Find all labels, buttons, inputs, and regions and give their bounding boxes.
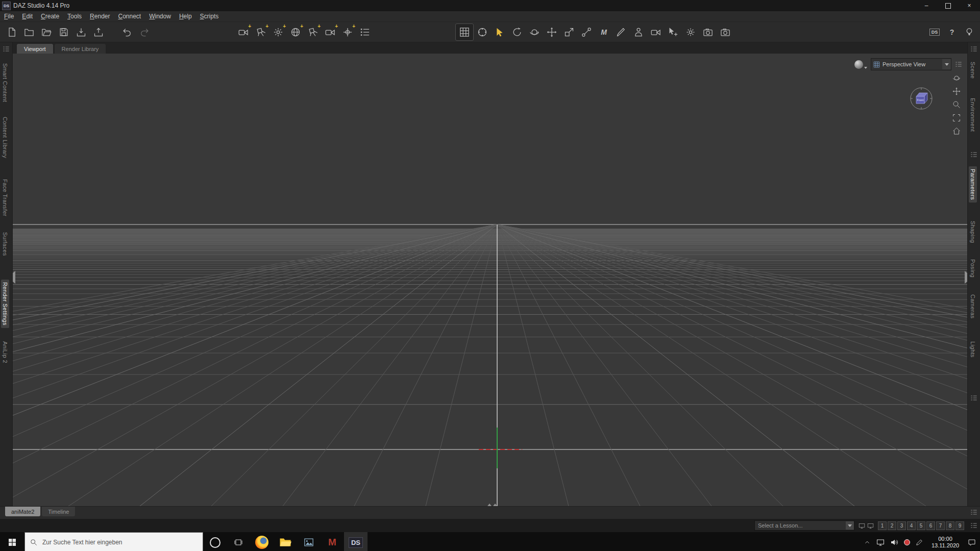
left-dock-collapse-handle[interactable]: [13, 273, 15, 282]
render-button[interactable]: [717, 24, 734, 40]
tray-app-icon[interactable]: [904, 539, 910, 545]
pane-options-icon[interactable]: [970, 394, 977, 402]
menu-connect[interactable]: Connect: [114, 12, 145, 21]
figure-tool[interactable]: [630, 24, 647, 40]
file-explorer-button[interactable]: [274, 532, 297, 551]
menu-scripts[interactable]: Scripts: [196, 12, 223, 21]
menu-render[interactable]: Render: [86, 12, 114, 21]
viewport-3d[interactable]: Perspective View Front: [13, 54, 967, 506]
lesson-step-1[interactable]: 1: [878, 521, 887, 530]
surface-selection-tool[interactable]: [665, 24, 682, 40]
frame-view-icon[interactable]: [952, 114, 961, 122]
minimize-button[interactable]: –: [916, 0, 937, 11]
bottom-dock-collapse-handle[interactable]: [487, 504, 497, 506]
zoom-view-icon[interactable]: [952, 101, 961, 109]
rotate-tool[interactable]: [508, 24, 526, 40]
dock-tab-posing[interactable]: Posing: [970, 259, 976, 278]
dock-tab-smart-content[interactable]: Smart Content: [2, 63, 8, 102]
new-point-light-button[interactable]: [270, 24, 287, 40]
orbit-view-icon[interactable]: [952, 74, 961, 82]
pane-options-icon[interactable]: [970, 509, 977, 516]
orbit-tool[interactable]: [526, 24, 543, 40]
redo-button[interactable]: [136, 24, 153, 40]
dock-tab-render-settings[interactable]: Render Settings: [1, 280, 9, 328]
maximize-button[interactable]: [937, 0, 959, 11]
tab-animate2[interactable]: aniMate2: [5, 507, 40, 516]
dock-tab-shaping[interactable]: Shaping: [970, 221, 976, 243]
cortana-button[interactable]: [203, 532, 227, 551]
lesson-step-2[interactable]: 2: [888, 521, 896, 530]
menu-edit[interactable]: Edit: [18, 12, 37, 21]
start-button[interactable]: [0, 532, 24, 551]
node-selection-tool[interactable]: [491, 24, 508, 40]
home-view-icon[interactable]: [952, 127, 961, 135]
universal-manipulator-tool[interactable]: [474, 24, 491, 40]
lesson-display-icon[interactable]: [859, 522, 865, 529]
pane-options-icon[interactable]: [970, 45, 977, 53]
view-orientation-cube[interactable]: Front: [909, 86, 934, 111]
daz-studio-taskbar-button[interactable]: DS: [344, 532, 368, 551]
notification-center-icon[interactable]: [968, 538, 976, 546]
menu-create[interactable]: Create: [37, 12, 63, 21]
whats-this-help-button[interactable]: ?: [943, 24, 961, 40]
tab-render-library[interactable]: Render Library: [55, 44, 106, 54]
photos-app-button[interactable]: [297, 532, 321, 551]
undo-button[interactable]: [118, 24, 136, 40]
search-input[interactable]: [41, 538, 181, 546]
close-button[interactable]: ×: [959, 0, 980, 11]
firefox-button[interactable]: [250, 532, 274, 551]
interactive-lessons-button[interactable]: [961, 24, 978, 40]
task-view-button[interactable]: [227, 532, 250, 551]
pan-view-icon[interactable]: [952, 87, 961, 95]
volume-icon[interactable]: [890, 538, 898, 546]
lesson-step-8[interactable]: 8: [946, 521, 954, 530]
new-file-button[interactable]: [3, 24, 20, 40]
daz-central-button[interactable]: DS: [926, 24, 943, 40]
measure-metrics-tool[interactable]: M: [595, 24, 612, 40]
network-icon[interactable]: [876, 538, 885, 546]
menu-help[interactable]: Help: [175, 12, 196, 21]
tool-settings-button[interactable]: [682, 24, 699, 40]
tab-viewport[interactable]: Viewport: [17, 44, 53, 54]
draw-style-selector[interactable]: [854, 60, 867, 69]
pane-options-icon[interactable]: [3, 45, 10, 53]
dock-tab-cameras[interactable]: Cameras: [970, 294, 976, 318]
dock-tab-environment[interactable]: Environment: [970, 98, 976, 132]
dock-tab-anilip2[interactable]: AniLip 2: [2, 341, 8, 363]
windows-ink-pen-icon[interactable]: [916, 539, 923, 546]
h极idden-icons-chevron[interactable]: [864, 539, 871, 546]
save-file-button[interactable]: [55, 24, 72, 40]
lesson-step-4[interactable]: 4: [907, 521, 916, 530]
dock-tab-content-library[interactable]: Content Library: [2, 117, 8, 158]
lesson-step-6[interactable]: 6: [926, 521, 935, 530]
grid-snap-button[interactable]: [455, 23, 474, 41]
export-file-button[interactable]: [90, 24, 107, 40]
dock-tab-lights[interactable]: Lights: [970, 341, 976, 358]
dock-tab-face-transfer[interactable]: Face Transfer: [2, 179, 8, 216]
joint-editor-tool[interactable]: [578, 24, 595, 40]
taskbar-search[interactable]: [24, 532, 203, 551]
menu-file[interactable]: File: [0, 12, 18, 21]
view-selector-dropdown[interactable]: Perspective View: [871, 58, 951, 70]
menu-tools[interactable]: Tools: [63, 12, 86, 21]
render-settings-button[interactable]: [699, 24, 717, 40]
menu-window[interactable]: Window: [145, 12, 175, 21]
pane-options-icon[interactable]: [955, 61, 962, 68]
merge-file-button[interactable]: [38, 24, 55, 40]
tab-timeline[interactable]: Timeline: [42, 507, 75, 516]
open-file-button[interactable]: [20, 24, 38, 40]
lesson-select-dropdown[interactable]: Select a Lesson...: [754, 520, 854, 531]
pane-options-icon[interactable]: [970, 151, 977, 158]
dock-tab-scene[interactable]: Scene: [970, 62, 976, 79]
new-spotlight-button[interactable]: [252, 24, 270, 40]
lesson-display-icon[interactable]: [867, 522, 874, 529]
lesson-step-9[interactable]: 9: [955, 521, 964, 530]
new-distant-light-button[interactable]: [287, 24, 304, 40]
dock-tab-surfaces[interactable]: Surfaces: [2, 232, 8, 256]
lesson-step-3[interactable]: 3: [897, 521, 906, 530]
new-camera-button[interactable]: [235, 24, 252, 40]
import-file-button[interactable]: [72, 24, 90, 40]
pane-options-icon[interactable]: [970, 522, 977, 529]
dock-tab-parameters[interactable]: Parameters: [969, 166, 977, 203]
new-linear-point-light-button[interactable]: [304, 24, 322, 40]
